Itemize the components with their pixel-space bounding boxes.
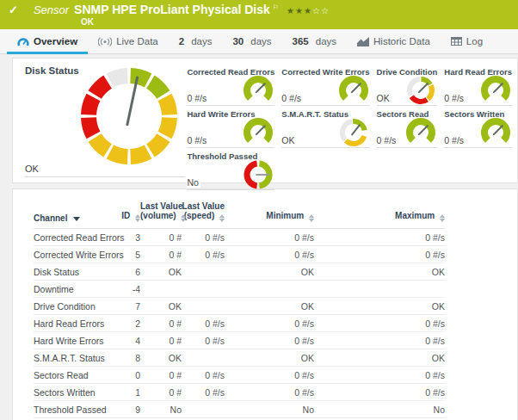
table-row[interactable]: Downtime-4 xyxy=(34,281,445,298)
table-row[interactable]: Hard Read Errors20 #0 #/s0 #/s0 #/s xyxy=(34,315,445,332)
gauge-value: 0 #/s xyxy=(377,135,398,145)
sort-icon xyxy=(135,214,140,222)
channel-value-cell: 0 #/s xyxy=(225,367,314,384)
channel-value-cell: 0 #/s xyxy=(182,246,225,263)
column-header-channel[interactable]: Channel xyxy=(34,200,109,229)
column-label: ID xyxy=(121,211,130,220)
priority-stars[interactable]: ★★★☆☆ xyxy=(287,6,330,15)
gauge-hard-read-errors: Hard Read Errors0 #/s xyxy=(444,67,512,106)
log-icon xyxy=(451,37,462,46)
channel-value-cell: No xyxy=(140,401,182,418)
channel-value-cell: 9 xyxy=(109,401,140,418)
star-filled-icon[interactable]: ★ xyxy=(304,6,312,15)
tab-365-days[interactable]: 365days xyxy=(282,29,347,53)
tab-label: Log xyxy=(466,36,483,46)
table-row[interactable]: Sectors Read00 #0 #/s0 #/s0 #/s xyxy=(34,367,445,384)
main-gauge-value: OK xyxy=(25,164,185,177)
channel-value-cell: 0 #/s xyxy=(182,384,225,401)
column-header-minimum[interactable]: Minimum xyxy=(225,200,314,229)
table-row[interactable]: Drive Condition7OKOKOK xyxy=(34,298,445,315)
channel-value-cell: 0 # xyxy=(140,246,182,263)
gauge-s-m-a-r-t-status: S.M.A.R.T. StatusOK xyxy=(281,109,369,148)
sensor-header: ✓ Sensor SNMP HPE ProLiant Physical Disk… xyxy=(0,0,518,29)
table-row[interactable]: Sectors Written10 #0 #/s0 #/s0 #/s xyxy=(34,384,445,401)
gauge-value: 0 #/s xyxy=(444,93,466,103)
channel-value-cell xyxy=(182,401,225,418)
star-filled-icon[interactable]: ★ xyxy=(287,6,295,15)
star-empty-icon[interactable]: ☆ xyxy=(321,6,330,15)
sort-icon xyxy=(219,214,225,222)
tab-label: Live Data xyxy=(116,36,158,46)
tab-label: days xyxy=(250,36,271,46)
channel-value-cell: 0 #/s xyxy=(314,367,445,384)
gauge-dial xyxy=(479,74,512,110)
channel-value-cell: 8 xyxy=(109,349,140,367)
channel-value-cell: 0 #/s xyxy=(314,315,445,332)
channel-value-cell: 0 # xyxy=(140,315,182,332)
disk-status-gauge xyxy=(73,60,185,176)
channel-value-cell: OK xyxy=(225,263,314,281)
table-row[interactable]: Threshold Passed9NoNoNo xyxy=(34,401,445,418)
channel-name-cell: Hard Read Errors xyxy=(34,315,109,332)
gauge-value: No xyxy=(187,177,200,188)
disk-status-gauge-block: Disk Status OK xyxy=(25,65,187,182)
gauge-sectors-written: Sectors Written0 #/s xyxy=(444,109,512,148)
sort-icon xyxy=(440,214,445,222)
channel-value-cell: 0 #/s xyxy=(182,229,225,246)
gauge-corrected-write-errors: Corrected Write Errors0 #/s xyxy=(281,67,369,106)
tab-30-days[interactable]: 30days xyxy=(222,29,281,53)
gauge-value: 0 #/s xyxy=(187,93,208,103)
tab-historic-data[interactable]: Historic Data xyxy=(347,29,441,53)
channel-value-cell: -4 xyxy=(109,281,140,298)
channel-value-cell: 0 #/s xyxy=(225,315,314,332)
channel-name-cell: Corrected Read Errors xyxy=(34,229,109,246)
star-empty-icon[interactable]: ☆ xyxy=(312,6,321,15)
channel-value-cell: OK xyxy=(140,349,182,367)
tab-label: days xyxy=(191,36,212,46)
column-header-last-value-volume-[interactable]: Last Value(volume) xyxy=(140,200,182,229)
channel-name-cell: Corrected Write Errors xyxy=(34,246,109,263)
channel-value-cell: OK xyxy=(314,298,445,315)
tab-live-data[interactable]: Live Data xyxy=(88,29,169,53)
column-label: Maximum xyxy=(395,211,435,220)
gauge-dial xyxy=(404,116,437,152)
historic-data-icon xyxy=(357,37,369,46)
table-row[interactable]: Corrected Write Errors50 #0 #/s0 #/s0 #/… xyxy=(34,246,445,263)
tab-label: Overview xyxy=(34,36,77,46)
tab-overview[interactable]: Overview xyxy=(7,29,88,53)
channel-value-cell: 2 xyxy=(109,315,140,332)
channels-table-panel: Channel ID Last Value(volume) Last Value… xyxy=(12,188,518,420)
channel-value-cell: OK xyxy=(225,298,314,315)
table-row[interactable]: Corrected Read Errors30 #0 #/s0 #/s0 #/s xyxy=(34,229,445,246)
gauge-dial xyxy=(242,158,274,195)
tab-log[interactable]: Log xyxy=(441,29,493,53)
column-header-id[interactable]: ID xyxy=(109,200,140,229)
channel-value-cell: 0 #/s xyxy=(182,332,225,349)
channel-value-cell: 0 #/s xyxy=(314,384,445,401)
channel-name-cell: Threshold Passed xyxy=(34,401,109,418)
sort-icon xyxy=(181,214,186,222)
column-header-maximum[interactable]: Maximum xyxy=(314,200,445,229)
channel-value-cell: 0 xyxy=(109,367,140,384)
table-row[interactable]: S.M.A.R.T. Status8OKOKOK xyxy=(34,349,445,367)
star-filled-icon[interactable]: ★ xyxy=(295,6,304,15)
gauge-dial xyxy=(337,74,370,110)
table-row[interactable]: Disk Status6OKOKOK xyxy=(34,263,445,281)
channel-value-cell: OK xyxy=(314,349,445,367)
gauge-icon xyxy=(17,36,29,46)
tab-2-days[interactable]: 2days xyxy=(169,29,223,53)
channel-value-cell: OK xyxy=(140,263,182,281)
status-check-icon: ✓ xyxy=(9,3,18,16)
channel-value-cell: 0 # xyxy=(140,367,182,384)
channel-value-cell: No xyxy=(314,401,445,418)
channel-value-cell: 0 #/s xyxy=(225,384,314,401)
gauge-value: 0 #/s xyxy=(281,93,303,103)
table-row[interactable]: Hard Write Errors40 #0 #/s0 #/s0 #/s xyxy=(34,332,445,349)
gauge-value: OK xyxy=(377,93,392,103)
column-header-last-value-speed-[interactable]: Last Value(speed) xyxy=(182,200,225,229)
tab-label: Historic Data xyxy=(373,36,430,46)
channel-value-cell: 0 #/s xyxy=(225,229,314,246)
channel-name-cell: Sectors Written xyxy=(34,384,109,401)
channel-value-cell xyxy=(182,281,225,298)
channel-value-cell: 0 #/s xyxy=(314,246,445,263)
